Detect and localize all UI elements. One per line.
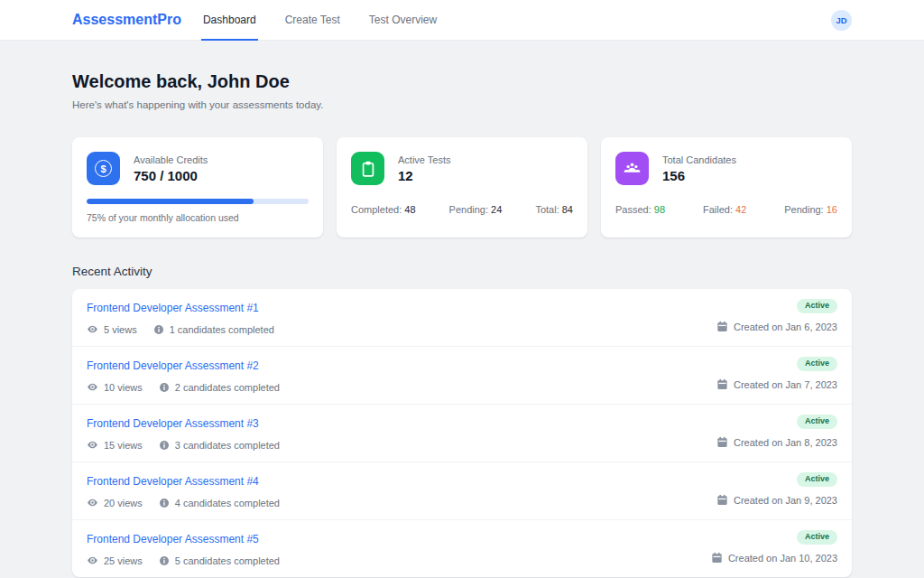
active-tests-card: Active Tests 12 Completed: 48 Pending: 2… xyxy=(337,137,587,238)
activity-row-left: Frontend Developer Assessment #4 20 view… xyxy=(87,472,280,508)
active-tests-label: Active Tests xyxy=(398,154,451,165)
assessment-link[interactable]: Frontend Developer Assessment #3 xyxy=(87,417,259,430)
calendar-icon xyxy=(716,378,728,390)
activity-row: Frontend Developer Assessment #3 15 view… xyxy=(72,405,852,462)
status-badge: Active xyxy=(797,357,837,371)
nav-tab-dashboard[interactable]: Dashboard xyxy=(201,0,258,41)
completed-group: 3 candidates completed xyxy=(159,440,280,451)
activity-row-right: Active Created on Jan 10, 2023 xyxy=(711,530,837,566)
status-badge: Active xyxy=(797,299,837,313)
dollar-icon: $ xyxy=(87,152,120,185)
views-group: 10 views xyxy=(87,381,143,393)
created-date: Created on Jan 7, 2023 xyxy=(734,379,837,390)
created-group: Created on Jan 7, 2023 xyxy=(716,378,837,390)
completed-count: 2 candidates completed xyxy=(175,382,280,393)
credits-progress-track xyxy=(87,199,309,204)
clipboard-icon xyxy=(351,152,384,185)
assessment-link[interactable]: Frontend Developer Assessment #5 xyxy=(87,533,259,545)
active-tests-card-head: Active Tests 12 xyxy=(351,152,573,185)
completed-group: 5 candidates completed xyxy=(159,555,280,566)
info-icon xyxy=(159,555,170,566)
stat-failed: Failed: 42 xyxy=(703,204,746,215)
activity-meta: 25 views 5 candidates completed xyxy=(87,555,280,566)
candidates-label: Total Candidates xyxy=(662,154,736,165)
views-group: 5 views xyxy=(87,323,137,335)
candidates-stats: Passed: 98 Failed: 42 Pending: 16 xyxy=(615,204,837,215)
info-icon xyxy=(159,498,170,508)
info-icon xyxy=(153,324,164,335)
active-tests-value: 12 xyxy=(398,168,451,183)
views-group: 25 views xyxy=(87,555,143,566)
activity-meta: 10 views 2 candidates completed xyxy=(87,381,280,393)
credits-card-head: $ Available Credits 750 / 1000 xyxy=(87,152,309,185)
stat-pending-candidates: Pending: 16 xyxy=(784,204,837,215)
activity-row: Frontend Developer Assessment #4 20 view… xyxy=(72,462,852,520)
created-group: Created on Jan 10, 2023 xyxy=(711,552,837,564)
assessment-link[interactable]: Frontend Developer Assessment #4 xyxy=(87,475,259,488)
created-date: Created on Jan 10, 2023 xyxy=(728,553,837,564)
eye-icon xyxy=(87,439,98,451)
page-title: Welcome back, John Doe xyxy=(72,71,852,92)
stat-cards: $ Available Credits 750 / 1000 75% of yo… xyxy=(72,137,852,238)
activity-meta: 5 views 1 candidates completed xyxy=(87,323,274,335)
assessment-link[interactable]: Frontend Developer Assessment #1 xyxy=(87,302,259,314)
credits-card-text: Available Credits 750 / 1000 xyxy=(134,154,208,183)
created-group: Created on Jan 6, 2023 xyxy=(716,321,837,332)
main-content: Welcome back, John Doe Here's what's hap… xyxy=(0,41,924,577)
activity-meta: 15 views 3 candidates completed xyxy=(87,439,280,451)
views-count: 20 views xyxy=(104,498,143,508)
recent-activity-heading: Recent Activity xyxy=(72,265,852,278)
views-group: 15 views xyxy=(87,439,143,451)
completed-count: 4 candidates completed xyxy=(175,498,280,508)
nav-tab-test-overview[interactable]: Test Overview xyxy=(367,0,439,41)
people-icon xyxy=(615,152,649,185)
created-date: Created on Jan 6, 2023 xyxy=(734,322,837,332)
credits-card: $ Available Credits 750 / 1000 75% of yo… xyxy=(72,137,323,238)
info-icon xyxy=(159,382,170,393)
candidates-value: 156 xyxy=(662,168,736,183)
completed-count: 5 candidates completed xyxy=(175,555,280,566)
activity-row-left: Frontend Developer Assessment #5 25 view… xyxy=(87,530,280,566)
credits-label: Available Credits xyxy=(134,154,208,165)
status-badge: Active xyxy=(797,415,837,429)
completed-group: 2 candidates completed xyxy=(159,382,280,393)
eye-icon xyxy=(87,381,98,393)
created-date: Created on Jan 8, 2023 xyxy=(734,437,837,448)
status-badge: Active xyxy=(797,530,837,545)
completed-group: 1 candidates completed xyxy=(153,324,274,335)
candidates-card: Total Candidates 156 Passed: 98 Failed: … xyxy=(601,137,852,238)
assessment-link[interactable]: Frontend Developer Assessment #2 xyxy=(87,359,259,372)
activity-list: Frontend Developer Assessment #1 5 views… xyxy=(72,289,852,577)
completed-count: 1 candidates completed xyxy=(170,324,274,335)
candidates-card-text: Total Candidates 156 xyxy=(662,154,736,183)
created-group: Created on Jan 8, 2023 xyxy=(716,436,837,448)
activity-row-right: Active Created on Jan 6, 2023 xyxy=(716,299,837,335)
stat-completed: Completed: 48 xyxy=(351,204,416,215)
views-count: 25 views xyxy=(104,555,143,566)
calendar-icon xyxy=(716,436,728,448)
completed-group: 4 candidates completed xyxy=(159,498,280,508)
created-group: Created on Jan 9, 2023 xyxy=(716,494,837,506)
eye-icon xyxy=(87,323,98,335)
user-avatar[interactable]: JD xyxy=(831,10,852,31)
stat-pending: Pending: 24 xyxy=(449,204,503,215)
stat-total: Total: 84 xyxy=(535,204,573,215)
active-tests-stats: Completed: 48 Pending: 24 Total: 84 xyxy=(351,204,573,215)
status-badge: Active xyxy=(797,472,837,487)
activity-row-right: Active Created on Jan 9, 2023 xyxy=(716,472,837,508)
completed-count: 3 candidates completed xyxy=(175,440,280,451)
views-group: 20 views xyxy=(87,497,143,508)
views-count: 10 views xyxy=(104,382,143,393)
activity-row-right: Active Created on Jan 7, 2023 xyxy=(716,357,837,393)
stat-passed: Passed: 98 xyxy=(615,204,665,215)
page-subtitle: Here's what's happening with your assess… xyxy=(72,99,852,110)
activity-row-right: Active Created on Jan 8, 2023 xyxy=(716,415,837,451)
activity-row: Frontend Developer Assessment #5 25 view… xyxy=(72,520,852,577)
credits-value: 750 / 1000 xyxy=(134,168,208,183)
calendar-icon xyxy=(716,494,728,506)
activity-row-left: Frontend Developer Assessment #1 5 views… xyxy=(87,299,274,335)
main-nav: Dashboard Create Test Test Overview xyxy=(201,0,464,40)
brand-logo[interactable]: AssessmentPro xyxy=(72,12,181,28)
nav-tab-create-test[interactable]: Create Test xyxy=(283,0,342,41)
activity-row: Frontend Developer Assessment #2 10 view… xyxy=(72,347,852,405)
